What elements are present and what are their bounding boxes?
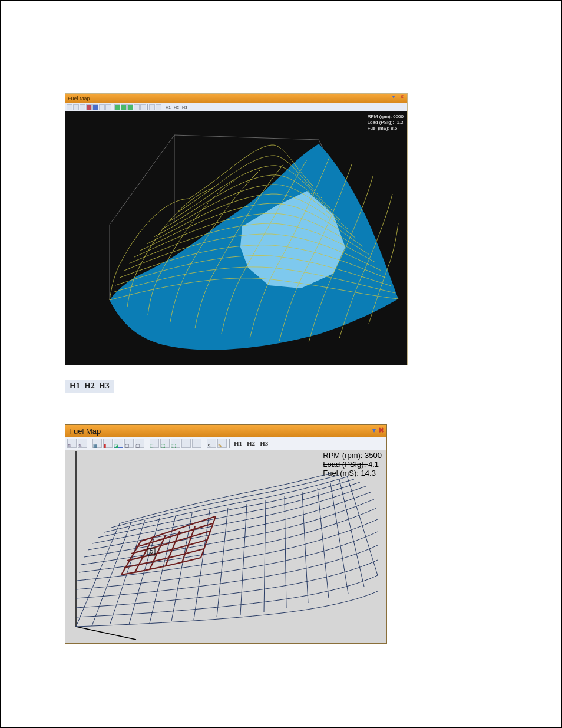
close-icon[interactable]: ✖ [378,426,384,434]
caption-h3: H3 [99,381,110,390]
toolbar: H1 H2 H3 [65,103,407,111]
hotkey-h2[interactable]: H2 [173,106,180,110]
caption-h1: H1 [70,381,80,390]
tool-pointer-icon[interactable] [149,104,155,110]
tool-sel-all-icon[interactable] [150,439,159,448]
fuel-map-3d-solid: Fuel Map ▾ ✕ [65,93,408,365]
document-page: Fuel Map ▾ ✕ [0,0,562,728]
tool-redo-icon[interactable] [73,104,79,110]
minimize-icon[interactable]: ▾ [372,426,376,434]
tool-pointer-icon[interactable] [207,439,216,448]
window-title: Fuel Map [69,427,101,436]
tool-table-icon[interactable] [80,104,85,110]
tool-split-v-icon[interactable] [135,439,144,448]
tool-3d-icon[interactable] [114,439,123,448]
svg-point-1 [150,551,153,554]
tool-table-icon[interactable] [92,439,102,448]
tool-2d-icon[interactable] [103,439,113,448]
tool-2d-icon[interactable] [86,104,92,110]
hotkey-h2[interactable]: H2 [245,440,257,447]
tool-split-h-icon[interactable] [124,439,134,448]
surface-plot-wireframe [65,450,386,643]
tool-3d-icon[interactable] [92,104,98,110]
tool-split-v-icon[interactable] [105,104,111,110]
tool-sel-row-icon[interactable] [160,439,170,448]
window-controls: ▾ ✕ [391,94,405,100]
tool-selall-icon[interactable] [114,104,120,110]
caption-h2: H2 [84,381,95,390]
tool-undo-icon[interactable] [67,439,77,448]
tool-selcell-icon[interactable] [134,104,140,110]
minimize-icon[interactable]: ▾ [391,94,396,100]
window-titlebar[interactable]: Fuel Map ▾ ✕ [65,94,407,103]
tool-redo-icon[interactable] [78,439,87,448]
close-icon[interactable]: ✕ [399,94,405,100]
surface-plot-solid [65,111,407,365]
tool-selrow-icon[interactable] [121,104,127,110]
hotkey-h3[interactable]: H3 [181,106,189,110]
hotkey-h3[interactable]: H3 [258,440,270,447]
hotkey-caption: H1 H2 H3 [65,380,543,393]
hotkey-h1[interactable]: H1 [164,106,172,110]
tool-pencil-icon[interactable] [156,104,161,110]
tool-sel-clear-icon[interactable] [192,439,201,448]
tool-split-h-icon[interactable] [99,104,105,110]
window-controls: ▾ ✖ [372,426,384,434]
tool-sel-range-icon[interactable] [181,439,191,448]
hotkey-h1[interactable]: H1 [232,440,244,447]
fuel-map-3d-wireframe: Fuel Map ▾ ✖ [65,424,387,644]
window-titlebar[interactable]: Fuel Map ▾ ✖ [65,425,386,437]
toolbar: H1 H2 H3 [65,437,386,450]
tool-selcol-icon[interactable] [127,104,133,110]
window-title: Fuel Map [68,95,90,101]
tool-selclear-icon[interactable] [140,104,146,110]
tool-undo-icon[interactable] [67,104,72,110]
tool-sel-col-icon[interactable] [171,439,180,448]
tool-pencil-icon[interactable] [217,439,227,448]
